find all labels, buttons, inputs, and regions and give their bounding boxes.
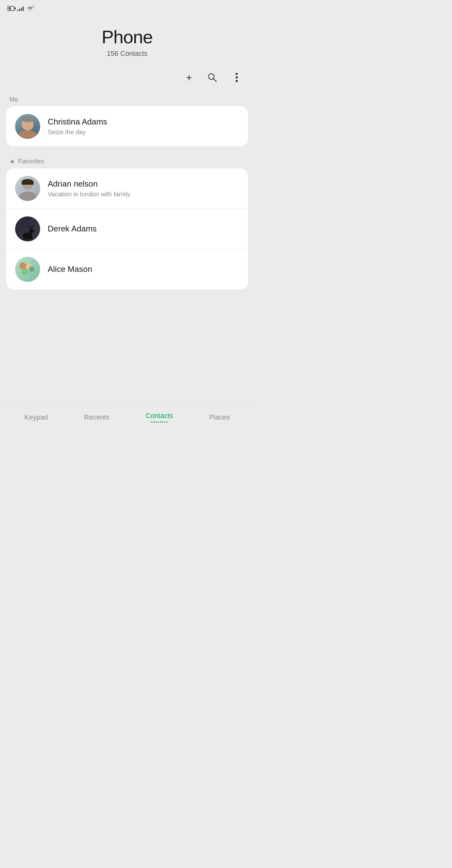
contact-item-derek[interactable]: Derek Adams bbox=[6, 209, 248, 249]
add-contact-button[interactable]: + bbox=[184, 70, 194, 85]
plus-icon: + bbox=[186, 72, 192, 83]
contact-info-adrian: Adrian nelson Vacation in london with fa… bbox=[48, 179, 239, 198]
bottom-nav: Keypad Recents Contacts Places bbox=[0, 403, 254, 434]
nav-label-recents: Recents bbox=[84, 413, 110, 422]
svg-rect-9 bbox=[28, 238, 30, 240]
contact-info-derek: Derek Adams bbox=[48, 224, 239, 234]
favorites-card: Adrian nelson Vacation in london with fa… bbox=[6, 168, 248, 289]
header: Phone 156 Contacts bbox=[0, 14, 254, 64]
status-bar bbox=[0, 0, 254, 14]
svg-point-5 bbox=[236, 80, 238, 82]
contact-name-alice: Alice Mason bbox=[48, 264, 239, 275]
me-label: Me bbox=[9, 96, 18, 103]
contact-item-alice[interactable]: Alice Mason bbox=[6, 249, 248, 289]
svg-rect-11 bbox=[29, 232, 32, 237]
me-contact-info: Christina Adams Seize the day bbox=[48, 117, 239, 136]
search-icon bbox=[207, 72, 217, 83]
svg-point-3 bbox=[236, 73, 238, 75]
svg-point-13 bbox=[32, 230, 34, 232]
svg-point-4 bbox=[236, 76, 238, 79]
nav-label-places: Places bbox=[209, 413, 230, 422]
contact-info-alice: Alice Mason bbox=[48, 264, 239, 275]
svg-rect-10 bbox=[31, 238, 32, 240]
nav-item-places[interactable]: Places bbox=[203, 412, 236, 423]
avatar-adrian bbox=[15, 176, 40, 201]
me-card: Christina Adams Seize the day bbox=[6, 106, 248, 147]
contact-count: 156 Contacts bbox=[6, 50, 248, 58]
search-button[interactable] bbox=[205, 70, 219, 84]
contact-status-adrian: Vacation in london with family. bbox=[48, 191, 239, 198]
contact-name-adrian: Adrian nelson bbox=[48, 179, 239, 189]
me-section-label: Me bbox=[0, 91, 254, 106]
svg-rect-7 bbox=[23, 238, 25, 240]
nav-item-contacts[interactable]: Contacts bbox=[139, 410, 179, 424]
star-icon: ★ bbox=[9, 158, 15, 165]
more-options-button[interactable] bbox=[230, 70, 243, 84]
wifi-icon bbox=[26, 6, 34, 11]
contact-name-derek: Derek Adams bbox=[48, 224, 239, 234]
more-icon bbox=[232, 72, 241, 83]
nav-label-contacts: Contacts bbox=[146, 412, 173, 420]
me-contact-name: Christina Adams bbox=[48, 117, 239, 127]
avatar-derek bbox=[15, 216, 40, 242]
avatar-alice bbox=[15, 257, 40, 282]
me-contact-status: Seize the day bbox=[48, 129, 239, 136]
nav-active-indicator bbox=[151, 422, 168, 423]
me-contact-item[interactable]: Christina Adams Seize the day bbox=[6, 106, 248, 147]
favorites-label: Favorites bbox=[18, 158, 44, 165]
me-avatar bbox=[15, 114, 40, 139]
nav-item-recents[interactable]: Recents bbox=[78, 412, 116, 423]
svg-line-2 bbox=[214, 79, 216, 82]
nav-item-keypad[interactable]: Keypad bbox=[18, 412, 54, 423]
nav-label-keypad: Keypad bbox=[25, 413, 48, 422]
toolbar: + bbox=[0, 64, 254, 91]
contact-item-adrian[interactable]: Adrian nelson Vacation in london with fa… bbox=[6, 168, 248, 209]
favorites-section-label: ★ Favorites bbox=[0, 153, 254, 168]
svg-line-0 bbox=[33, 6, 34, 6]
battery-icon bbox=[7, 6, 15, 11]
svg-rect-8 bbox=[26, 238, 27, 240]
app-title: Phone bbox=[6, 27, 248, 47]
signal-icon bbox=[17, 6, 24, 11]
